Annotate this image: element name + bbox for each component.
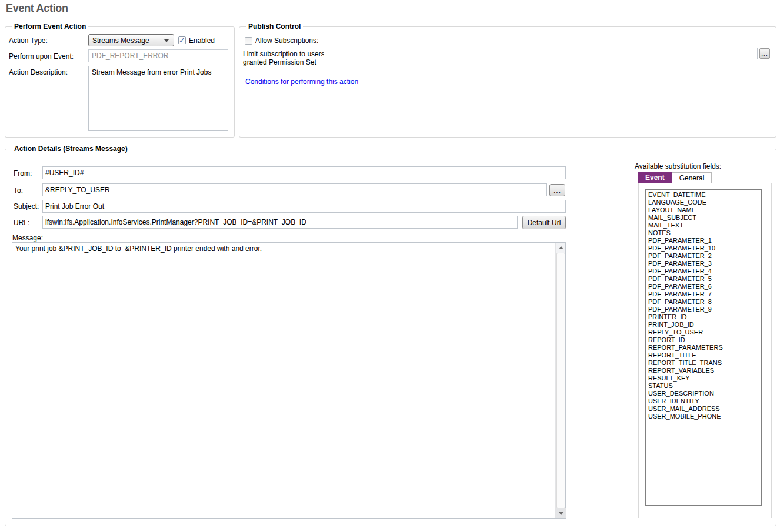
from-input[interactable]	[42, 166, 566, 179]
substitution-field-item[interactable]: USER_IDENTITY	[646, 397, 761, 405]
to-label: To:	[14, 186, 23, 195]
substitution-field-item[interactable]: PDF_PARAMETER_10	[646, 245, 761, 252]
action-type-label: Action Type:	[9, 36, 48, 45]
available-substitution-fields-label: Available substitution fields:	[635, 162, 721, 170]
substitution-field-item[interactable]: PDF_PARAMETER_1	[646, 237, 761, 245]
url-label: URL:	[14, 219, 29, 227]
message-input[interactable]: Your print job &PRINT_JOB_ID to &PRINTER…	[12, 242, 566, 519]
limit-subscription-input[interactable]	[324, 48, 758, 59]
substitution-field-item[interactable]: REPORT_ID	[646, 336, 761, 344]
substitution-field-item[interactable]: REPORT_TITLE	[646, 352, 761, 359]
substitution-field-item[interactable]: REPLY_TO_USER	[646, 329, 761, 336]
substitution-field-item[interactable]: PDF_PARAMETER_9	[646, 306, 761, 313]
subject-label: Subject:	[14, 202, 39, 210]
substitution-fields-listbox[interactable]: EVENT_DATETIMELANGUAGE_CODELAYOUT_NAMEMA…	[645, 189, 762, 506]
substitution-field-item[interactable]: USER_MAIL_ADDRESS	[646, 405, 761, 413]
url-input[interactable]	[42, 216, 518, 229]
substitution-field-item[interactable]: MAIL_TEXT	[646, 222, 761, 229]
substitution-field-item[interactable]: PRINTER_ID	[646, 313, 761, 321]
perform-upon-event-field[interactable]: PDF_REPORT_ERROR	[88, 49, 228, 62]
tab-event[interactable]: Event	[638, 172, 672, 183]
perform-event-action-legend: Perform Event Action	[12, 22, 88, 31]
message-scrollbar[interactable]	[555, 243, 565, 518]
substitution-field-item[interactable]: PDF_PARAMETER_5	[646, 275, 761, 283]
enabled-checkbox[interactable]: ✓	[178, 36, 186, 44]
substitution-field-item[interactable]: USER_MOBILE_PHONE	[646, 413, 761, 420]
allow-subscriptions-label: Allow Subscriptions:	[255, 36, 318, 45]
action-type-selected-value: Streams Message	[92, 36, 149, 45]
action-details-legend: Action Details (Streams Message)	[12, 145, 130, 153]
conditions-link[interactable]: Conditions for performing this action	[245, 78, 358, 86]
substitution-field-item[interactable]: NOTES	[646, 229, 761, 237]
to-browse-button[interactable]: ...	[549, 184, 565, 196]
substitution-field-item[interactable]: PDF_PARAMETER_6	[646, 283, 761, 290]
substitution-field-item[interactable]: REPORT_VARIABLES	[646, 367, 761, 374]
default-url-button[interactable]: Default Url	[522, 216, 566, 229]
tab-general[interactable]: General	[672, 172, 712, 183]
to-input[interactable]	[42, 183, 547, 196]
substitution-field-item[interactable]: STATUS	[646, 382, 761, 390]
perform-upon-event-label: Perform upon Event:	[9, 52, 74, 61]
scroll-down-icon[interactable]	[556, 508, 566, 518]
substitution-field-item[interactable]: USER_DESCRIPTION	[646, 390, 761, 397]
substitution-field-item[interactable]: MAIL_SUBJECT	[646, 214, 761, 222]
substitution-field-item[interactable]: REPORT_TITLE_TRANS	[646, 359, 761, 367]
substitution-tabstrip: Event General	[638, 172, 712, 183]
limit-subscription-browse-button[interactable]: ...	[759, 48, 770, 59]
checkmark-icon: ✓	[179, 37, 185, 44]
substitution-field-item[interactable]: PDF_PARAMETER_3	[646, 260, 761, 267]
substitution-field-item[interactable]: PDF_PARAMETER_7	[646, 290, 761, 298]
substitution-field-item[interactable]: LANGUAGE_CODE	[646, 199, 761, 206]
limit-subscription-label-line1: Limit subscription to users	[243, 50, 325, 58]
substitution-field-item[interactable]: EVENT_DATETIME	[646, 191, 761, 199]
page-title: Event Action	[6, 2, 68, 15]
substitution-field-item[interactable]: REPORT_PARAMETERS	[646, 344, 761, 352]
enabled-label: Enabled	[189, 36, 215, 45]
action-type-select[interactable]: Streams Message	[88, 34, 174, 46]
subject-input[interactable]	[42, 200, 566, 213]
allow-subscriptions-checkbox[interactable]	[245, 37, 252, 45]
substitution-field-item[interactable]: PDF_PARAMETER_2	[646, 252, 761, 260]
message-label: Message:	[12, 234, 43, 242]
publish-control-legend: Publish Control	[246, 22, 303, 31]
from-label: From:	[14, 169, 32, 178]
limit-subscription-label-line2: granted Permission Set	[243, 58, 316, 66]
action-description-input[interactable]: Stream Message from error Print Jobs	[88, 66, 228, 131]
perform-upon-event-value: PDF_REPORT_ERROR	[92, 52, 168, 60]
chevron-down-icon	[164, 39, 169, 42]
substitution-field-item[interactable]: PDF_PARAMETER_4	[646, 267, 761, 275]
substitution-field-item[interactable]: PRINT_JOB_ID	[646, 321, 761, 329]
scroll-up-icon[interactable]	[556, 243, 566, 253]
event-action-window: Event Action Perform Event Action Action…	[0, 0, 777, 532]
action-description-label: Action Description:	[9, 68, 68, 76]
scrollbar-thumb[interactable]	[556, 253, 565, 508]
substitution-field-item[interactable]: RESULT_KEY	[646, 374, 761, 382]
substitution-field-item[interactable]: LAYOUT_NAME	[646, 206, 761, 214]
substitution-field-item[interactable]: PDF_PARAMETER_8	[646, 298, 761, 306]
